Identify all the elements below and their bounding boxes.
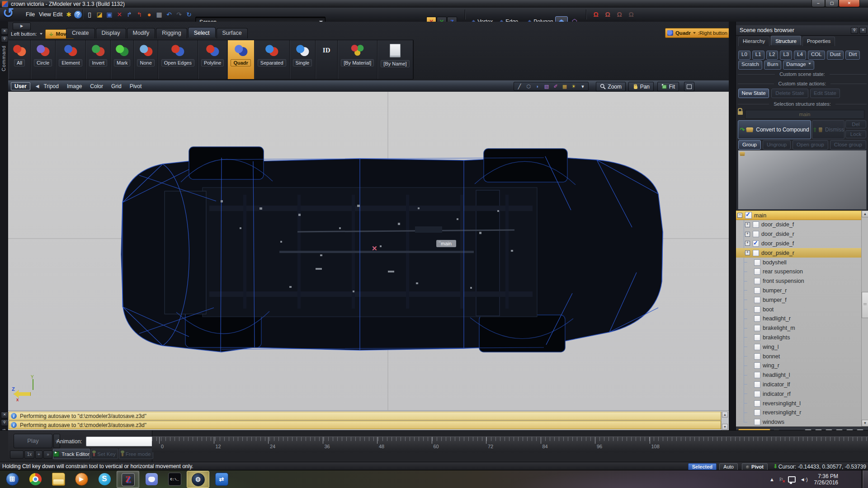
layer-button-scratch[interactable]: Scratch — [738, 61, 762, 70]
taskbar-steam[interactable]: ⚙ — [187, 471, 209, 488]
tab-display[interactable]: Display — [96, 28, 126, 38]
visibility-checkbox[interactable] — [754, 381, 760, 388]
magnet-falloff-icon[interactable]: Ω — [615, 10, 624, 19]
zoom-button[interactable]: Zoom — [596, 82, 626, 91]
del-button[interactable]: Del — [845, 120, 866, 128]
visibility-checkbox[interactable] — [754, 409, 760, 416]
expand-icon[interactable]: + — [745, 250, 750, 255]
tool-separated[interactable]: Separated — [255, 40, 290, 79]
pan-button[interactable]: Pan — [628, 82, 654, 91]
wire-toggle-icon[interactable]: ╱ — [515, 83, 524, 90]
tree-row-headlight-l[interactable]: headlight_l — [736, 371, 861, 380]
visibility-checkbox[interactable] — [754, 400, 760, 407]
tool-invert[interactable]: Invert — [86, 40, 111, 79]
viewport-menu-color[interactable]: Color — [90, 83, 103, 89]
close-button[interactable]: ✕ — [839, 0, 860, 7]
visibility-checkbox[interactable] — [754, 419, 760, 425]
delete-state-button[interactable]: Delete State — [771, 89, 808, 98]
menu-edit[interactable]: Edit — [53, 11, 63, 18]
draw-toggle-icon[interactable]: ✐ — [552, 83, 560, 90]
tree-row-main[interactable]: − main — [736, 211, 861, 220]
tree-row-boot[interactable]: boot — [736, 305, 861, 314]
taskbar-media-player[interactable]: ▶ — [71, 471, 92, 487]
show-desktop-button[interactable] — [862, 470, 868, 488]
import-icon[interactable]: ↰ — [135, 10, 144, 19]
taskbar-teamviewer[interactable]: ⇄ — [211, 471, 232, 487]
convert-to-compound-button[interactable]: ↷ Convert to Compound — [738, 120, 811, 139]
scroll-up-icon[interactable]: ▲ — [722, 412, 728, 418]
tool-quadr[interactable]: Quadr — [227, 40, 254, 79]
visibility-checkbox[interactable] — [753, 231, 759, 237]
visibility-checkbox[interactable] — [754, 353, 760, 360]
visibility-checkbox[interactable] — [754, 297, 760, 303]
tree-row-bonnet[interactable]: bonnet — [736, 352, 861, 361]
pin-icon[interactable]: ⚲ — [1, 419, 8, 426]
texture-icon[interactable]: ▦ — [155, 10, 164, 19]
macro-icon[interactable]: ✱ — [64, 10, 73, 19]
action-center-icon[interactable]: ⚐ — [779, 477, 783, 483]
viewport-canvas[interactable]: ✕ main Z Y x — [8, 92, 729, 410]
dismiss-button[interactable]: ⇑ Dismiss — [812, 120, 844, 139]
tool-open-edges[interactable]: Open Edges — [158, 40, 198, 79]
visibility-checkbox[interactable] — [754, 334, 760, 341]
tree-row-door-pside-f[interactable]: +door_pside_f — [736, 239, 861, 249]
pivot-toggle[interactable]: Pivot — [742, 463, 768, 470]
open-file-icon[interactable]: ◪ — [95, 10, 104, 19]
state-name-field[interactable]: main — [745, 110, 864, 119]
layer-button-l1[interactable]: L1 — [752, 51, 764, 60]
speed-button[interactable]: 1x — [24, 450, 34, 459]
close-panel-icon[interactable]: ✕ — [1, 412, 8, 418]
refresh-icon[interactable]: ↻ — [184, 10, 193, 19]
tool-by-name[interactable]: [By Name] — [377, 40, 413, 79]
scrollbar-thumb[interactable] — [862, 292, 868, 318]
tree-scrollbar[interactable]: ▲ ▼ — [861, 211, 868, 427]
new-state-button[interactable]: New State — [738, 89, 769, 98]
panel-tab-properties[interactable]: Properties — [802, 37, 835, 46]
viewport-menu-pivot[interactable]: Pivot — [130, 83, 142, 89]
expand-icon[interactable]: + — [745, 241, 750, 246]
panel-tab-hierarchy[interactable]: Hierarchy — [738, 37, 769, 46]
minimize-button[interactable]: – — [811, 0, 825, 7]
maximize-button[interactable]: ▢ — [825, 0, 839, 7]
menu-file[interactable]: File — [26, 11, 35, 18]
smooth-toggle-icon[interactable]: ◗ — [533, 83, 542, 90]
tree-row-wing-r[interactable]: wing_r — [736, 361, 861, 371]
tray-expand-icon[interactable]: ▲ — [769, 477, 774, 482]
taskbar-chrome[interactable] — [24, 471, 46, 487]
visibility-checkbox[interactable] — [753, 221, 759, 228]
tool-mark[interactable]: Mark — [111, 40, 134, 79]
pin-icon[interactable]: ⚲ — [1, 36, 8, 42]
panel-tab-structure[interactable]: Structure — [771, 36, 801, 45]
network-icon[interactable] — [788, 476, 796, 483]
new-file-icon[interactable]: ▯ — [85, 10, 94, 19]
selected-toggle[interactable]: Selected — [688, 463, 717, 470]
message-scrollbar[interactable]: ▲ ▼ — [721, 411, 728, 430]
tool-by-material[interactable]: [By Material] — [338, 40, 377, 79]
free-mode-button[interactable]: Free mode — [119, 449, 153, 459]
scroll-down-icon[interactable]: ▼ — [722, 424, 728, 430]
tool-single[interactable]: Single — [290, 40, 316, 79]
log-row[interactable]: iPerforming autosave to "d:\zmodeler3/au… — [9, 421, 721, 429]
tree-row-windows[interactable]: windows — [736, 418, 861, 427]
log-row[interactable]: iPerforming autosave to "d:\zmodeler3/au… — [9, 412, 721, 420]
tree-row-headlight-r[interactable]: headlight_r — [736, 314, 861, 324]
tool-id-icon[interactable]: ID — [316, 40, 338, 79]
visibility-checkbox[interactable] — [754, 287, 760, 294]
delete-icon[interactable]: ✕ — [115, 10, 124, 19]
tree-row-wing-l[interactable]: wing_l — [736, 342, 861, 352]
visibility-checkbox[interactable] — [754, 278, 760, 284]
close-panel-icon[interactable]: ✕ — [1, 28, 8, 35]
pin-icon[interactable]: ⚲ — [851, 27, 858, 34]
render-ball-icon[interactable]: ● — [145, 10, 154, 19]
tree-row-door-dside-r[interactable]: +door_dside_r — [736, 230, 861, 239]
tree-row-rear-suspension[interactable]: rear suspension — [736, 267, 861, 277]
visibility-checkbox[interactable] — [753, 240, 759, 247]
visibility-checkbox[interactable] — [754, 259, 760, 266]
tree-row-reversinglight-r[interactable]: reversinglight_r — [736, 408, 861, 418]
checker-toggle-icon[interactable]: ▦ — [561, 83, 569, 90]
close-icon[interactable]: ✕ — [859, 27, 867, 34]
chevron-down-icon[interactable]: ▾ — [579, 83, 587, 90]
right-button-control[interactable]: Quadr :Right button — [665, 28, 731, 38]
visibility-checkbox[interactable] — [753, 250, 759, 256]
forward-icon[interactable]: » — [43, 450, 52, 459]
